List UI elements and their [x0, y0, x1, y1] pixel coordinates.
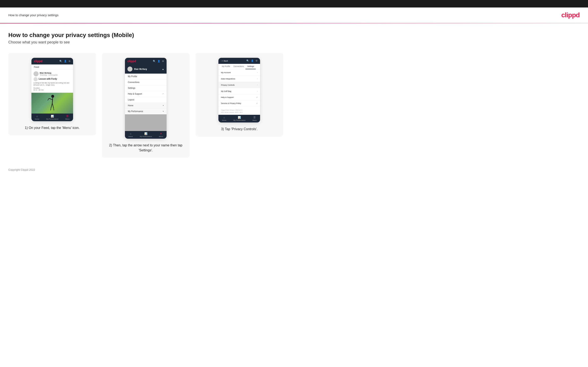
settings-service-privacy[interactable]: Service & Privacy Policy ↗: [218, 100, 260, 107]
avatar: [34, 71, 39, 76]
screen2-logo: clippd: [127, 59, 136, 63]
lesson-icon: [34, 77, 38, 81]
settings-data-integrations[interactable]: Data Integrations ›: [218, 76, 260, 82]
menu-user-name: Blair McHarg: [134, 68, 147, 70]
phone-mockup-2: clippd 🔍 👤 ⚙ Blair McHarg ▲: [125, 58, 167, 139]
menu-item-profile[interactable]: My Profile: [125, 74, 167, 79]
feed-tab: Feed: [31, 65, 73, 70]
step-3-description: 3) Tap 'Privacy Controls'.: [221, 127, 258, 132]
duration-label: Duration 01 hr : 30 min: [34, 87, 71, 91]
menu-icon: ☰: [66, 115, 69, 118]
chevron-right-icon-3: ›: [257, 84, 258, 86]
blurred-bg: [125, 114, 167, 131]
nav-performance-3[interactable]: 📊 My Performance: [233, 116, 246, 121]
nav-home-3[interactable]: ⌂ Home: [222, 116, 226, 121]
user-icon-2: 👤: [157, 60, 160, 63]
main-content: How to change your privacy settings (Mob…: [0, 24, 292, 162]
version-info: Clippd Client Version: 2022.8.3-3 GQL Se…: [218, 107, 260, 115]
phone-mockup-1: clippd 🔍 👤 ⚙ Feed Blair McHarg: [31, 58, 73, 121]
menu-section: Home ▾ My Performance ▾: [125, 103, 167, 114]
svg-line-1: [52, 98, 53, 103]
settings-icon: ⚙: [69, 60, 71, 63]
menu-icon-3: ☰: [253, 116, 256, 119]
chevron-down-icon-perf: ▾: [163, 110, 164, 112]
post-author-row: Blair McHarg Yesterday · Sunningdale: [34, 71, 71, 76]
post-author-name: Blair McHarg: [40, 72, 58, 74]
performance-icon: 📊: [51, 115, 54, 118]
nav-performance[interactable]: 📊 My Performance: [46, 115, 59, 120]
user-icon-3: 👤: [251, 59, 254, 62]
chevron-right-icon-2: ›: [257, 78, 258, 80]
golfer-svg: [46, 94, 59, 112]
menu-item-help[interactable]: Help & Support ↗: [125, 91, 167, 97]
steps-container: clippd 🔍 👤 ⚙ Feed Blair McHarg: [8, 53, 283, 158]
settings-privacy-controls[interactable]: Privacy Controls ›: [218, 82, 260, 88]
tab-my-profile[interactable]: My Profile: [220, 64, 232, 69]
chevron-right-icon-1: ›: [257, 71, 258, 74]
profile-tabs: My Profile Connections Settings: [218, 64, 260, 69]
top-bar: [0, 0, 588, 8]
nav-home-2[interactable]: ⌂ Home: [129, 132, 133, 137]
feed-post: Blair McHarg Yesterday · Sunningdale Les…: [31, 70, 73, 93]
page-subheading: Choose what you want people to see: [8, 40, 283, 44]
screen3-bottom-nav: ⌂ Home 📊 My Performance ☰ Menu: [218, 115, 260, 123]
menu-section-performance[interactable]: My Performance ▾: [125, 108, 167, 114]
phone-mockup-3: ‹ < Back 🔍 👤 ⚙ My Profile Connections Se…: [218, 58, 260, 123]
nav-menu[interactable]: ☰ Menu: [65, 115, 69, 120]
tab-connections[interactable]: Connections: [232, 64, 245, 69]
nav-menu-2[interactable]: ✕ Menu: [159, 132, 163, 137]
screen1-icons: 🔍 👤 ⚙: [59, 60, 71, 63]
back-header: ‹ < Back 🔍 👤 ⚙: [218, 58, 260, 64]
settings-list: My Account › Data Integrations › Privacy…: [218, 69, 260, 107]
nav-home[interactable]: ⌂ Home: [35, 115, 39, 120]
close-icon: ✕: [160, 132, 162, 135]
menu-item-logout[interactable]: Logout: [125, 97, 167, 103]
search-icon: 🔍: [59, 60, 62, 63]
screen2-bottom-nav: ⌂ Home 📊 My Performance ✕ Menu: [125, 131, 167, 139]
svg-line-4: [51, 103, 52, 108]
nav-menu-3[interactable]: ☰ Menu: [252, 116, 257, 121]
header: How to change your privacy settings clip…: [0, 8, 588, 23]
post-author-sub: Yesterday · Sunningdale: [40, 74, 58, 76]
golf-image: [31, 93, 73, 114]
back-button[interactable]: ‹ < Back: [221, 60, 228, 62]
settings-icon-3: ⚙: [255, 59, 258, 62]
search-icon-2: 🔍: [153, 60, 156, 63]
chevron-up-icon: ▲: [162, 68, 164, 70]
menu-item-settings[interactable]: Settings: [125, 85, 167, 91]
back-chevron-icon: ‹: [221, 60, 222, 62]
version-client: Clippd Client Version: 2022.8.3-3: [221, 109, 258, 111]
user-icon: 👤: [64, 60, 67, 63]
step-2-description: 2) Then, tap the arrow next to your name…: [107, 143, 184, 153]
post-title: Lesson with Fordy: [39, 78, 57, 80]
screen1-logo: clippd: [34, 59, 43, 63]
header-title: How to change your privacy settings: [8, 13, 59, 17]
menu-section-home[interactable]: Home ▾: [125, 103, 167, 108]
page-heading: How to change your privacy settings (Mob…: [8, 32, 283, 38]
settings-my-account[interactable]: My Account ›: [218, 69, 260, 76]
settings-golf-bag[interactable]: My Golf Bag ›: [218, 88, 260, 94]
chevron-right-icon-4: ›: [257, 90, 258, 92]
menu-item-connections[interactable]: Connections: [125, 79, 167, 85]
ext-icon-3: ↗: [256, 102, 258, 104]
home-icon-3: ⌂: [223, 116, 225, 119]
svg-line-6: [51, 108, 51, 110]
svg-line-5: [52, 103, 53, 108]
ext-icon-2: ↗: [256, 96, 258, 98]
screen1-bottom-nav: ⌂ Home 📊 My Performance ☰ Menu: [31, 114, 73, 121]
nav-performance-2[interactable]: 📊 My Performance: [140, 132, 152, 137]
post-body: Looking to feel like my hands are exitin…: [34, 82, 71, 86]
footer: Copyright Clippd 2022: [0, 162, 588, 178]
performance-icon-2: 📊: [144, 132, 147, 135]
tab-settings[interactable]: Settings: [245, 64, 256, 69]
screen2-app-header: clippd 🔍 👤 ⚙: [125, 58, 167, 65]
home-icon-2: ⌂: [130, 132, 131, 135]
copyright-text: Copyright Clippd 2022: [8, 168, 35, 171]
user-avatar: [127, 67, 132, 72]
logo: clippd: [561, 11, 580, 19]
menu-user-left: Blair McHarg: [127, 67, 147, 72]
chevron-down-icon-home: ▾: [163, 105, 164, 107]
step-3-card: ‹ < Back 🔍 👤 ⚙ My Profile Connections Se…: [196, 53, 283, 137]
settings-help-support[interactable]: Help & Support ↗: [218, 94, 260, 100]
step-1-card: clippd 🔍 👤 ⚙ Feed Blair McHarg: [8, 53, 96, 135]
